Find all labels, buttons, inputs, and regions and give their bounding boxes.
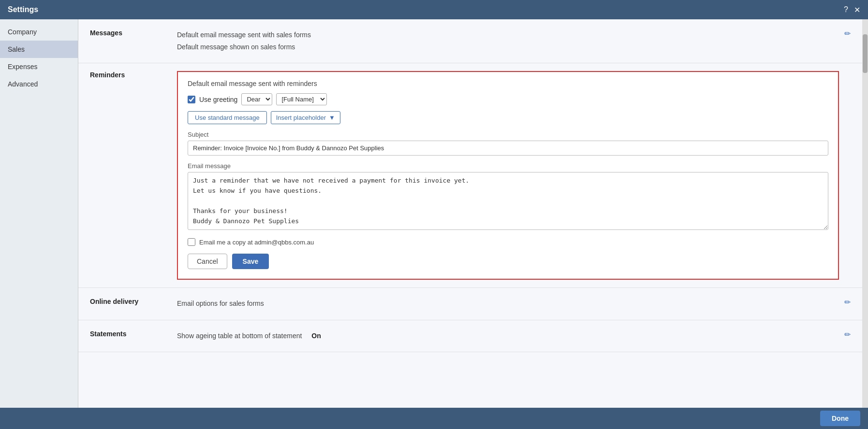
greeting-row: Use greeting Dear Hello Hi [Full Name] [… [188,93,828,105]
sidebar-item-sales[interactable]: Sales [0,41,78,58]
dropdown-arrow-icon: ▼ [329,114,335,121]
statements-desc-text: Show ageing table at bottom of statement [177,332,302,340]
main-content: Messages Default email message sent with… [78,19,862,408]
main-layout: Company Sales Expenses Advanced Messages… [0,19,868,408]
sidebar-item-expenses[interactable]: Expenses [0,58,78,75]
email-message-label: Email message [188,162,828,170]
email-copy-row: Email me a copy at admin@qbbs.com.au [188,238,828,246]
action-buttons-row: Cancel Save [188,254,828,269]
header-title: Settings [8,5,38,14]
online-delivery-edit-icon[interactable]: ✏ [844,298,851,307]
messages-desc1: Default email message sent with sales fo… [177,29,851,41]
statements-status: On [311,332,321,340]
greeting-checkbox[interactable] [188,96,195,103]
greeting-text-label: Use greeting [199,96,237,103]
statements-section: Statements Show ageing table at bottom o… [78,320,862,352]
header-icons: ? ✕ [844,5,860,14]
subject-label: Subject [188,131,828,138]
messages-desc: Default email message sent with sales fo… [177,29,851,53]
greeting-dear-select[interactable]: Dear Hello Hi [241,93,272,105]
messages-edit-icon[interactable]: ✏ [844,29,851,38]
sidebar: Company Sales Expenses Advanced [0,19,78,408]
reminders-label: Reminders [90,71,177,79]
reminders-expanded: Default email message sent with reminder… [177,71,839,280]
online-delivery-section: Online delivery Email options for sales … [78,288,862,320]
close-icon[interactable]: ✕ [854,5,860,14]
online-delivery-label: Online delivery [90,298,177,305]
reminders-section: Reminders Default email message sent wit… [78,63,862,288]
statements-label: Statements [90,330,177,338]
email-message-textarea[interactable]: Just a reminder that we have not receive… [188,172,828,230]
email-copy-checkbox[interactable] [188,238,195,246]
statements-desc: Show ageing table at bottom of statement… [177,330,851,342]
settings-footer: Done [0,408,868,429]
sidebar-item-advanced[interactable]: Advanced [0,75,78,93]
insert-placeholder-button[interactable]: Insert placeholder ▼ [271,111,340,124]
done-button[interactable]: Done [820,411,860,426]
scrollbar-thumb [863,34,868,73]
help-icon[interactable]: ? [844,5,848,14]
sidebar-item-company[interactable]: Company [0,23,78,41]
messages-desc2: Default message shown on sales forms [177,41,851,53]
insert-placeholder-label: Insert placeholder [276,114,326,121]
online-delivery-desc: Email options for sales forms [177,298,851,310]
messages-section: Messages Default email message sent with… [78,19,862,63]
email-copy-label: Email me a copy at admin@qbbs.com.au [199,239,314,246]
save-button[interactable]: Save [232,254,269,269]
settings-header: Settings ? ✕ [0,0,868,19]
subject-input[interactable] [188,141,828,156]
reminders-desc-top: Default email message sent with reminder… [188,80,828,87]
cancel-button[interactable]: Cancel [188,254,227,269]
greeting-name-select[interactable]: [Full Name] [First Name] [Last Name] [276,93,327,105]
messages-label: Messages [90,29,177,37]
use-standard-message-button[interactable]: Use standard message [188,111,267,124]
scrollbar-track[interactable] [862,19,868,408]
message-btn-row: Use standard message Insert placeholder … [188,111,828,124]
statements-edit-icon[interactable]: ✏ [844,330,851,339]
